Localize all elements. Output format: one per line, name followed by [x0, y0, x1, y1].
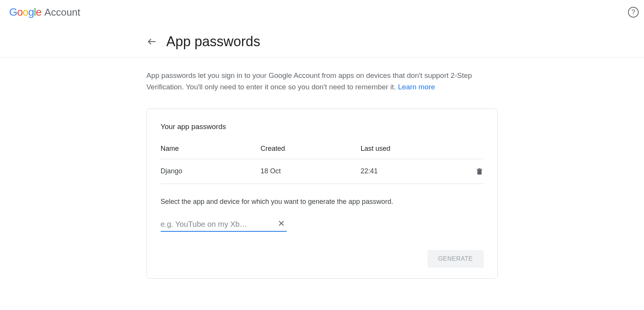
learn-more-link[interactable]: Learn more	[398, 83, 435, 91]
google-logo: Google	[9, 6, 41, 18]
select-instruction: Select the app and device for which you …	[161, 198, 484, 206]
passwords-table: Name Created Last used Django 18 Oct 22:…	[161, 145, 484, 184]
row-name: Django	[161, 167, 261, 175]
app-passwords-card: Your app passwords Name Created Last use…	[147, 108, 498, 279]
account-label: Account	[44, 6, 80, 18]
col-created: Created	[261, 145, 361, 153]
row-last-used: 22:41	[361, 167, 461, 175]
back-arrow-icon[interactable]	[147, 36, 157, 47]
col-name: Name	[161, 145, 261, 153]
main-content: App passwords let you sign in to your Go…	[147, 58, 498, 279]
page-title: App passwords	[166, 34, 260, 50]
col-last-used: Last used	[361, 145, 461, 153]
trash-icon[interactable]	[461, 167, 484, 176]
title-bar: App passwords	[147, 24, 498, 57]
table-row: Django 18 Oct 22:41	[161, 159, 484, 184]
app-header: Google Account ?	[0, 0, 644, 24]
generate-button[interactable]: GENERATE	[428, 250, 484, 268]
help-icon[interactable]: ?	[628, 7, 639, 18]
button-row: GENERATE	[161, 250, 484, 268]
app-name-input[interactable]	[161, 220, 274, 229]
page-description: App passwords let you sign in to your Go…	[147, 70, 498, 93]
clear-input-icon[interactable]	[276, 220, 287, 229]
logo-container[interactable]: Google Account	[9, 6, 80, 18]
card-title: Your app passwords	[161, 123, 484, 131]
table-header: Name Created Last used	[161, 145, 484, 159]
row-created: 18 Oct	[261, 167, 361, 175]
app-name-input-container	[161, 220, 287, 232]
